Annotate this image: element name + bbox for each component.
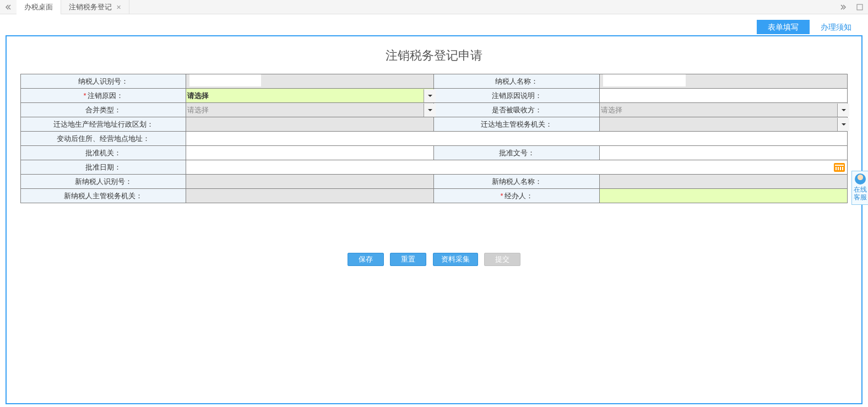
label-cancel-reason: *注销原因： xyxy=(21,89,186,103)
chevron-down-icon[interactable] xyxy=(837,104,849,117)
form-frame: 注销税务登记申请 纳税人识别号： 纳税人名称： *注销原因： 请选择 xyxy=(6,35,862,404)
chevron-down-icon[interactable] xyxy=(424,104,436,117)
save-button[interactable]: 保存 xyxy=(348,253,384,266)
value-taxpayer-name xyxy=(599,74,847,89)
calendar-icon[interactable] xyxy=(834,163,845,172)
tab-label: 注销税务登记 xyxy=(69,3,112,11)
maximize-icon xyxy=(856,4,863,10)
chevron-left-double-icon xyxy=(5,4,12,10)
tab-tax-desktop[interactable]: 办税桌面 xyxy=(17,0,61,14)
input-approval-date[interactable] xyxy=(186,160,848,175)
input-cancel-reason-desc[interactable] xyxy=(599,89,847,103)
input-approval-no[interactable] xyxy=(599,146,847,160)
input-changed-address[interactable] xyxy=(186,132,848,146)
page-tab-form-fill[interactable]: 表单填写 xyxy=(757,20,810,34)
label-cancel-reason-desc: 注销原因说明： xyxy=(434,89,599,103)
value-move-admin-division xyxy=(186,117,434,132)
svg-rect-0 xyxy=(857,4,862,10)
select-merge-type[interactable]: 请选择 xyxy=(186,103,434,117)
label-approval-date: 批准日期： xyxy=(21,160,186,175)
page-tabs: 表单填写 办理须知 xyxy=(6,20,862,35)
select-move-tax-authority[interactable] xyxy=(599,117,847,132)
tabs-scroll-right[interactable] xyxy=(835,0,851,14)
input-operator[interactable] xyxy=(599,189,847,203)
label-absorbed: 是否被吸收方： xyxy=(434,103,599,117)
help-label: 在线客服 xyxy=(853,186,867,201)
chevron-down-icon[interactable] xyxy=(424,89,436,102)
page-title: 注销税务登记申请 xyxy=(20,47,848,64)
online-help-toggle[interactable]: 在线客服 xyxy=(851,171,868,205)
form-table: 纳税人识别号： 纳税人名称： *注销原因： 请选择 注销原因说 xyxy=(20,74,848,203)
tabs-scroll-left[interactable] xyxy=(0,0,17,14)
value-new-taxpayer-name xyxy=(599,175,847,189)
select-value xyxy=(598,118,837,131)
select-cancel-reason[interactable]: 请选择 xyxy=(186,89,434,103)
select-absorbed[interactable]: 请选择 xyxy=(599,103,847,117)
chevron-down-icon[interactable] xyxy=(837,118,849,131)
label-new-taxpayer-name: 新纳税人名称： xyxy=(434,175,599,189)
value-new-tax-authority xyxy=(186,189,434,203)
action-buttons: 保存 重置 资料采集 提交 xyxy=(20,253,848,266)
label-changed-address: 变动后住所、经营地点地址： xyxy=(21,132,186,146)
reset-button[interactable]: 重置 xyxy=(390,253,426,266)
submit-button: 提交 xyxy=(484,253,520,266)
value-new-taxpayer-id xyxy=(186,175,434,189)
label-new-tax-authority: 新纳税人主管税务机关： xyxy=(21,189,186,203)
tab-cancel-tax-reg[interactable]: 注销税务登记 ✕ xyxy=(61,0,129,14)
value-taxpayer-id xyxy=(186,74,434,89)
label-new-taxpayer-id: 新纳税人识别号： xyxy=(21,175,186,189)
page-tab-notice[interactable]: 办理须知 xyxy=(810,20,862,34)
label-operator: *经办人： xyxy=(434,189,599,203)
input-approval-org[interactable] xyxy=(186,146,434,160)
select-value: 请选择 xyxy=(184,89,424,102)
label-move-tax-authority: 迁达地主管税务机关： xyxy=(434,117,599,132)
label-approval-no: 批准文号： xyxy=(434,146,599,160)
label-taxpayer-id: 纳税人识别号： xyxy=(21,74,186,89)
chevron-right-double-icon xyxy=(840,4,847,10)
select-placeholder: 请选择 xyxy=(598,104,837,117)
tab-label: 办税桌面 xyxy=(24,3,53,11)
label-move-admin-division: 迁达地生产经营地址行政区划： xyxy=(21,117,186,132)
label-approval-org: 批准机关： xyxy=(21,146,186,160)
window-tabs: 办税桌面 注销税务登记 ✕ xyxy=(17,0,129,14)
window-tab-bar: 办税桌面 注销税务登记 ✕ xyxy=(0,0,868,14)
close-icon[interactable]: ✕ xyxy=(116,4,121,10)
maximize-button[interactable] xyxy=(851,0,868,14)
select-placeholder: 请选择 xyxy=(184,104,424,117)
support-avatar-icon xyxy=(855,173,866,184)
collect-button[interactable]: 资料采集 xyxy=(433,253,478,266)
label-taxpayer-name: 纳税人名称： xyxy=(434,74,599,89)
label-merge-type: 合并类型： xyxy=(21,103,186,117)
